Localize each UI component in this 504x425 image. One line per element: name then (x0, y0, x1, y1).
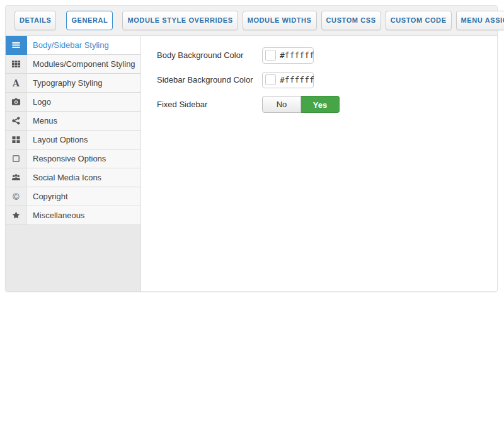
sidebar-item-social-media-icons[interactable]: Social Media Icons (6, 168, 140, 187)
sidebar-item-modules-component-styling[interactable]: Modules/Component Styling (6, 55, 140, 74)
color-swatch[interactable] (265, 50, 276, 61)
menu-bars-icon (6, 36, 27, 55)
field-label: Sidebar Background Color (157, 75, 262, 84)
color-swatch[interactable] (265, 74, 276, 85)
font-icon: A (6, 74, 27, 93)
sidebar-item-label: Logo (27, 93, 140, 112)
settings-sidebar: Body/Sidebar Styling Modules/Component S… (6, 36, 141, 291)
tab-general[interactable]: GENERAL (66, 11, 113, 30)
sidebar-item-label: Responsive Options (27, 149, 140, 168)
tab-module-style-overrides[interactable]: MODULE STYLE OVERRIDES (122, 11, 238, 30)
sidebar-item-label: Typography Styling (27, 74, 140, 93)
sidebar-background-color-value[interactable] (280, 75, 314, 84)
body-background-color-input (262, 47, 314, 64)
grid-large-icon (6, 131, 27, 149)
fixed-sidebar-yes-button[interactable]: Yes (301, 96, 340, 113)
field-label: Fixed Sidebar (157, 100, 262, 109)
sidebar-item-copyright[interactable]: © Copyright (6, 187, 140, 206)
copyright-icon: © (6, 187, 27, 206)
sidebar-item-body-sidebar-styling[interactable]: Body/Sidebar Styling (6, 36, 140, 55)
tab-custom-code[interactable]: CUSTOM CODE (386, 11, 452, 30)
sidebar-item-label: Copyright (27, 187, 140, 206)
tab-menu-assignment[interactable]: MENU ASSIGNMENT (456, 11, 504, 30)
square-outline-icon (6, 149, 27, 168)
panel-body: Body/Sidebar Styling Modules/Component S… (6, 36, 497, 291)
tab-custom-css[interactable]: CUSTOM CSS (321, 11, 381, 30)
field-label: Body Background Color (157, 50, 262, 60)
body-background-color-value[interactable] (280, 50, 314, 60)
field-row-fixed-sidebar: Fixed Sidebar No Yes (157, 96, 484, 113)
sidebar-item-label: Menus (27, 112, 140, 131)
settings-content: Body Background Color Sidebar Background… (141, 36, 497, 291)
field-row-sidebar-background-color: Sidebar Background Color (157, 71, 484, 88)
share-nodes-icon (6, 112, 27, 131)
settings-panel: DETAILS GENERAL MODULE STYLE OVERRIDES M… (5, 5, 498, 292)
star-icon (6, 206, 27, 225)
grid-icon (6, 55, 27, 74)
sidebar-item-label: Layout Options (27, 131, 140, 149)
users-icon (6, 168, 27, 187)
tab-details[interactable]: DETAILS (14, 11, 56, 30)
fixed-sidebar-no-button[interactable]: No (262, 96, 301, 113)
sidebar-item-label: Body/Sidebar Styling (27, 36, 140, 55)
sidebar-item-menus[interactable]: Menus (6, 112, 140, 131)
field-row-body-background-color: Body Background Color (157, 47, 484, 64)
sidebar-item-label: Modules/Component Styling (27, 55, 140, 74)
tab-bar: DETAILS GENERAL MODULE STYLE OVERRIDES M… (6, 6, 497, 36)
sidebar-item-typography-styling[interactable]: A Typography Styling (6, 74, 140, 93)
tab-module-widths[interactable]: MODULE WIDTHS (243, 11, 317, 30)
sidebar-item-miscellaneous[interactable]: Miscellaneous (6, 206, 140, 225)
camera-icon (6, 93, 27, 112)
sidebar-background-color-input (262, 72, 314, 88)
sidebar-item-label: Social Media Icons (27, 168, 140, 187)
sidebar-item-logo[interactable]: Logo (6, 93, 140, 112)
sidebar-item-responsive-options[interactable]: Responsive Options (6, 149, 140, 168)
fixed-sidebar-toggle: No Yes (262, 96, 340, 113)
sidebar-item-layout-options[interactable]: Layout Options (6, 131, 140, 149)
sidebar-item-label: Miscellaneous (27, 206, 140, 225)
